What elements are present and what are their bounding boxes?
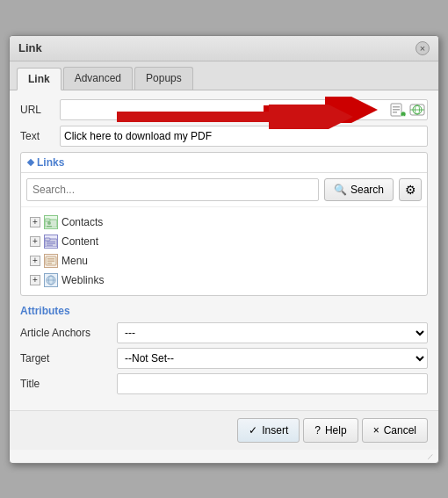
url-input[interactable] <box>60 99 428 120</box>
links-header: Links <box>21 153 427 173</box>
dialog-titlebar: Link × <box>10 36 438 61</box>
expand-content-button[interactable]: + <box>30 236 40 247</box>
svg-rect-22 <box>47 244 53 246</box>
svg-rect-19 <box>45 238 50 241</box>
target-row: Target --Not Set-- <box>20 348 428 369</box>
article-anchors-row: Article Anchors --- <box>20 322 428 343</box>
gear-icon: ⚙ <box>405 183 416 197</box>
tree-item-menu[interactable]: + Menu <box>28 251 420 271</box>
svg-point-16 <box>47 221 51 225</box>
insert-button[interactable]: ✓ Insert <box>237 418 300 443</box>
url-input-wrapper: + <box>60 99 428 120</box>
tab-bar: Link Advanced Popups <box>10 61 438 90</box>
help-label: Help <box>325 424 347 437</box>
help-button[interactable]: ? Help <box>303 418 358 443</box>
svg-rect-24 <box>47 258 54 260</box>
tree-list: + Contacts + <box>21 207 427 295</box>
tree-item-weblinks[interactable]: + Weblinks <box>28 271 420 290</box>
expand-contacts-button[interactable]: + <box>30 217 40 227</box>
text-input[interactable] <box>60 126 428 147</box>
svg-rect-17 <box>47 226 52 227</box>
expand-menu-button[interactable]: + <box>30 256 40 266</box>
svg-text:+: + <box>401 112 405 117</box>
dialog-footer: ✓ Insert ? Help × Cancel <box>10 410 438 450</box>
settings-button[interactable]: ⚙ <box>399 178 422 201</box>
search-button[interactable]: 🔍 Search <box>324 178 394 201</box>
svg-rect-21 <box>47 242 55 244</box>
tab-link[interactable]: Link <box>17 68 61 90</box>
title-row: Title <box>20 373 428 394</box>
tab-advanced[interactable]: Advanced <box>63 67 133 90</box>
text-row: Text <box>20 126 428 147</box>
links-section: Links 🔍 Search ⚙ + <box>20 152 428 296</box>
svg-rect-4 <box>393 109 400 111</box>
dialog-title: Link <box>18 41 42 54</box>
svg-rect-3 <box>393 106 400 108</box>
article-anchors-select[interactable]: --- <box>117 322 428 343</box>
cancel-icon: × <box>373 424 379 437</box>
tab-popups[interactable]: Popups <box>134 67 193 90</box>
svg-rect-15 <box>45 219 50 221</box>
contacts-folder-icon <box>44 215 58 229</box>
attributes-section: Attributes Article Anchors --- Target --… <box>20 305 428 394</box>
close-button[interactable]: × <box>415 41 430 55</box>
text-label: Text <box>20 130 60 142</box>
expand-weblinks-button[interactable]: + <box>30 275 40 285</box>
title-label: Title <box>20 378 117 390</box>
title-input[interactable] <box>117 373 428 394</box>
svg-rect-5 <box>393 112 397 113</box>
url-row: URL <box>20 99 428 120</box>
svg-rect-25 <box>47 260 54 262</box>
close-icon: × <box>420 43 425 54</box>
search-icon: 🔍 <box>334 184 347 196</box>
cancel-button[interactable]: × Cancel <box>362 418 428 443</box>
article-anchors-label: Article Anchors <box>20 327 117 339</box>
target-label: Target <box>20 352 117 364</box>
link-dialog: Link × Link Advanced Popups URL <box>9 35 439 464</box>
tree-item-content[interactable]: + Content <box>28 232 420 251</box>
dialog-body: URL <box>10 90 438 410</box>
tree-item-contacts[interactable]: + Contacts <box>28 213 420 232</box>
insert-label: Insert <box>262 424 288 437</box>
svg-rect-20 <box>47 241 55 242</box>
weblinks-folder-icon <box>44 273 58 287</box>
menu-folder-icon <box>44 254 58 268</box>
insert-link-icon[interactable] <box>408 102 426 118</box>
target-select[interactable]: --Not Set-- <box>117 348 428 369</box>
attributes-title: Attributes <box>20 305 428 317</box>
resize-handle[interactable]: ⟋ <box>10 450 438 463</box>
url-label: URL <box>20 104 60 116</box>
help-icon: ? <box>314 424 321 437</box>
content-folder-icon <box>44 235 58 249</box>
insert-icon: ✓ <box>249 424 257 437</box>
url-action-icons: + <box>389 102 426 118</box>
cancel-label: Cancel <box>384 424 416 437</box>
browse-url-icon[interactable]: + <box>389 102 407 118</box>
search-input[interactable] <box>26 178 319 201</box>
svg-rect-26 <box>47 263 52 264</box>
search-row: 🔍 Search ⚙ <box>21 173 427 207</box>
